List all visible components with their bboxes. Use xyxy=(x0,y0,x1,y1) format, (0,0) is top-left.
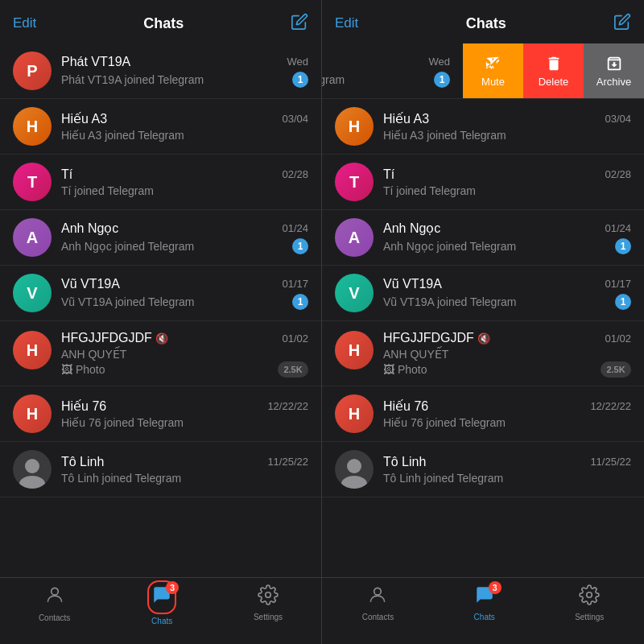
chat-name: Tí xyxy=(383,167,394,182)
left-compose-button[interactable] xyxy=(291,13,308,34)
chat-content: Phát VT19A Wed Phát VT19A joined Telegra… xyxy=(322,55,450,88)
avatar: H xyxy=(13,394,52,433)
tab-chats[interactable]: 3 Chats xyxy=(474,584,495,621)
contacts-icon xyxy=(367,584,388,610)
tab-contacts[interactable]: Contacts xyxy=(362,584,394,621)
unread-badge: 1 xyxy=(292,238,308,254)
right-chat-list: P Phát VT19A Wed Phát VT19A joined Teleg… xyxy=(322,43,644,577)
list-item[interactable]: T Tí 02/28 Tí joined Telegram xyxy=(0,155,321,210)
avatar: V xyxy=(335,274,374,312)
chat-name: Vũ VT19A xyxy=(383,277,442,291)
svg-point-4 xyxy=(266,592,271,598)
archive-icon xyxy=(605,55,623,72)
delete-icon xyxy=(545,55,563,72)
list-item[interactable]: P Phát VT19A Wed Phát VT19A joined Teleg… xyxy=(0,43,321,99)
tab-settings[interactable]: Settings xyxy=(575,584,604,621)
left-edit-button[interactable]: Edit xyxy=(13,15,36,31)
right-compose-button[interactable] xyxy=(613,13,631,34)
list-item[interactable]: Tô Linh 11/25/22 Tô Linh joined Telegram xyxy=(0,442,321,497)
swipe-actions: Mute Delete Archive xyxy=(463,43,644,98)
right-panel: Edit Chats P Phát VT19A Wed Phát VT19A j… xyxy=(322,0,644,644)
tab-contacts[interactable]: Contacts xyxy=(39,584,70,622)
chat-name: Tô Linh xyxy=(61,455,104,469)
chats-icon: 3 xyxy=(474,584,495,610)
list-item[interactable]: H Hiếu 76 12/22/22 Hiếu 76 joined Telegr… xyxy=(0,386,321,442)
archive-action-button[interactable]: Archive xyxy=(584,43,644,98)
svg-point-1 xyxy=(25,459,39,473)
avatar: A xyxy=(13,218,52,257)
list-item[interactable]: V Vũ VT19A 01/17 Vũ VT19A joined Telegra… xyxy=(322,266,644,321)
chat-content: Vũ VT19A 01/17 Vũ VT19A joined Telegram … xyxy=(61,277,308,310)
chat-date: 01/24 xyxy=(282,222,308,234)
chat-preview: Tô Linh joined Telegram xyxy=(383,472,631,485)
chat-date: 03/04 xyxy=(282,113,308,125)
chat-preview-line1: ANH QUYẾT xyxy=(383,348,448,361)
chat-preview-line2: 🖼 Photo xyxy=(61,363,105,376)
chat-name: Anh Ngọc xyxy=(383,221,440,236)
mute-action-button[interactable]: Mute xyxy=(463,43,523,98)
right-edit-button[interactable]: Edit xyxy=(335,15,358,31)
list-item[interactable]: V Vũ VT19A 01/17 Vũ VT19A joined Telegra… xyxy=(0,266,321,321)
unread-badge: 1 xyxy=(615,294,631,310)
tab-contacts-label: Contacts xyxy=(362,613,394,621)
avatar: A xyxy=(335,218,374,257)
chat-preview: Phát VT19A joined Telegram xyxy=(322,73,434,86)
list-item[interactable]: A Anh Ngọc 01/24 Anh Ngọc joined Telegra… xyxy=(322,210,644,266)
chat-preview: Vũ VT19A joined Telegram xyxy=(61,295,292,308)
tab-settings[interactable]: Settings xyxy=(254,584,283,621)
list-item[interactable]: Tô Linh 11/25/22 Tô Linh joined Telegram xyxy=(322,442,644,497)
list-item[interactable]: P Phát VT19A Wed Phát VT19A joined Teleg… xyxy=(322,43,463,98)
chat-date: 01/02 xyxy=(605,332,631,345)
avatar xyxy=(335,450,374,489)
chat-preview: Vũ VT19A joined Telegram xyxy=(383,295,615,308)
chat-date: 01/17 xyxy=(282,278,308,290)
chat-content: Vũ VT19A 01/17 Vũ VT19A joined Telegram … xyxy=(383,277,631,310)
chat-content: Anh Ngọc 01/24 Anh Ngọc joined Telegram … xyxy=(61,221,308,254)
chat-name: Hiếu 76 xyxy=(383,398,428,414)
svg-point-8 xyxy=(374,588,382,595)
chat-date: 02/28 xyxy=(282,168,308,180)
unread-badge: 1 xyxy=(292,72,308,88)
chat-content: HFGJJFDGJDF 🔇 01/02 ANH QUYẾT 🖼 Photo 2.… xyxy=(61,331,308,378)
chat-content: Phát VT19A Wed Phát VT19A joined Telegra… xyxy=(61,55,308,88)
swiped-chat-row: P Phát VT19A Wed Phát VT19A joined Teleg… xyxy=(322,43,644,99)
delete-action-button[interactable]: Delete xyxy=(523,43,584,98)
chat-content: Tô Linh 11/25/22 Tô Linh joined Telegram xyxy=(61,455,308,485)
chat-content: Anh Ngọc 01/24 Anh Ngọc joined Telegram … xyxy=(383,221,631,254)
right-title: Chats xyxy=(466,15,506,32)
mute-icon: 🔇 xyxy=(155,332,168,345)
avatar: H xyxy=(335,107,374,146)
svg-point-6 xyxy=(347,459,361,473)
tab-settings-label: Settings xyxy=(575,613,604,621)
list-item[interactable]: T Tí 02/28 Tí joined Telegram xyxy=(322,155,644,210)
svg-point-9 xyxy=(587,592,592,598)
list-item[interactable]: H HFGJJFDGJDF 🔇 01/02 ANH QUYẾT 🖼 Photo … xyxy=(322,321,644,386)
tab-chats[interactable]: 3 Chats xyxy=(147,580,176,625)
list-item[interactable]: H Hiếu A3 03/04 Hiếu A3 joined Telegram xyxy=(322,99,644,155)
chat-preview-line2: 🖼 Photo xyxy=(383,363,427,376)
tab-chats-label: Chats xyxy=(151,617,172,625)
chat-content: Tô Linh 11/25/22 Tô Linh joined Telegram xyxy=(383,455,631,485)
chat-preview: Tô Linh joined Telegram xyxy=(61,472,308,485)
chat-content: Hiếu A3 03/04 Hiếu A3 joined Telegram xyxy=(61,111,308,142)
unread-badge: 1 xyxy=(615,238,631,254)
svg-point-3 xyxy=(51,588,58,595)
list-item[interactable]: H Hiếu A3 03/04 Hiếu A3 joined Telegram xyxy=(0,99,321,155)
chat-date: 03/04 xyxy=(605,113,631,125)
chat-date: Wed xyxy=(287,56,309,68)
list-item[interactable]: H HFGJJFDGJDF 🔇 01/02 ANH QUYẾT 🖼 Photo … xyxy=(0,321,321,386)
archive-button-label: Archive xyxy=(597,76,631,88)
list-item[interactable]: H Hiếu 76 12/22/22 Hiếu 76 joined Telegr… xyxy=(322,386,644,442)
mute-icon: 🔇 xyxy=(477,332,490,345)
chat-content: Hiếu 76 12/22/22 Hiếu 76 joined Telegram xyxy=(383,398,631,429)
avatar: H xyxy=(335,331,374,369)
list-item[interactable]: A Anh Ngọc 01/24 Anh Ngọc joined Telegra… xyxy=(0,210,321,266)
chat-preview: Tí joined Telegram xyxy=(61,184,308,197)
chat-preview: Anh Ngọc joined Telegram xyxy=(383,240,615,253)
muted-badge: 2.5K xyxy=(601,361,631,378)
unread-badge: 1 xyxy=(292,294,308,310)
unread-badge: 1 xyxy=(434,72,450,88)
left-title: Chats xyxy=(143,15,184,32)
tab-chats-label: Chats xyxy=(474,613,495,621)
avatar: V xyxy=(13,274,52,312)
